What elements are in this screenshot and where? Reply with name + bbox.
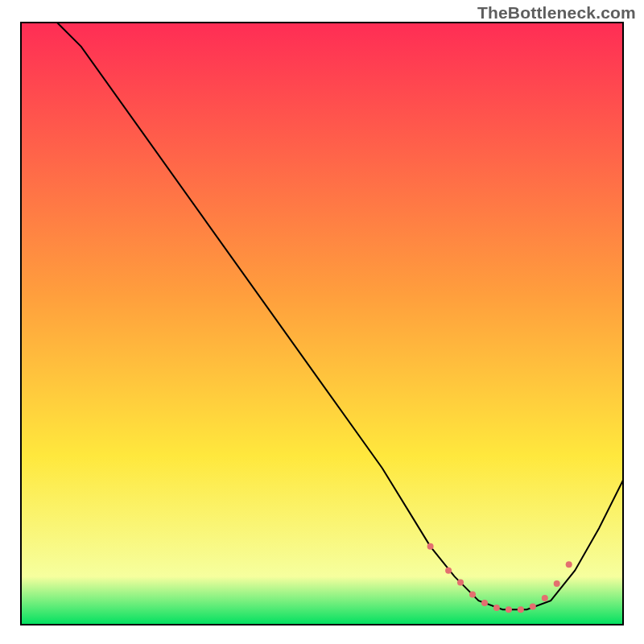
plot-area (21, 23, 623, 625)
bottleneck-chart (0, 0, 644, 644)
optimal-marker (427, 543, 434, 550)
optimal-marker (445, 568, 452, 574)
optimal-marker (542, 595, 548, 601)
chart-background (21, 23, 623, 625)
optimal-marker (493, 605, 500, 611)
optimal-marker (530, 604, 536, 610)
optimal-marker (469, 592, 476, 598)
watermark-text: TheBottleneck.com (477, 3, 636, 23)
optimal-marker (457, 580, 464, 586)
optimal-marker (518, 606, 524, 613)
chart-container: TheBottleneck.com (0, 0, 644, 644)
optimal-marker (566, 561, 572, 568)
optimal-marker (506, 606, 512, 613)
optimal-marker (554, 580, 560, 587)
optimal-marker (481, 600, 488, 606)
